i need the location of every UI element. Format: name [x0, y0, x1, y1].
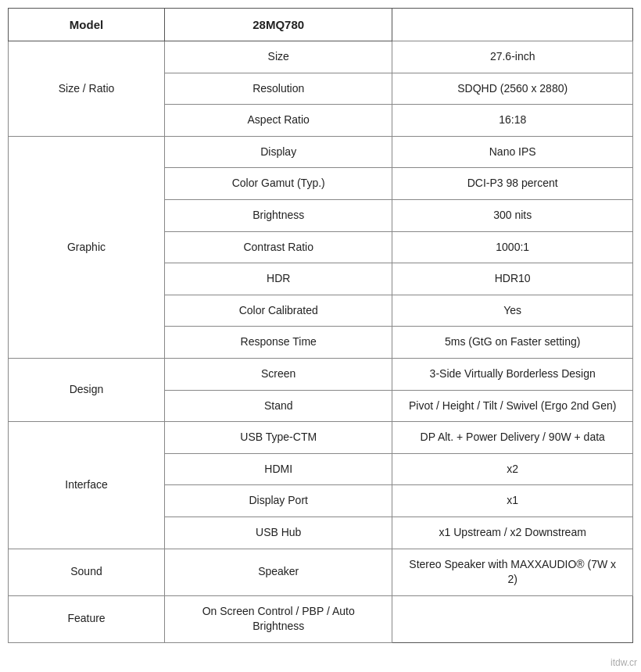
spec-cell: Display	[165, 136, 392, 168]
table-row: InterfaceUSB Type-CTMDP Alt. + Power Del…	[9, 422, 633, 454]
watermark: itdw.cr	[611, 657, 637, 668]
value-cell: 3-Side Virtually Borderless Design	[392, 358, 633, 390]
category-cell: Graphic	[9, 136, 165, 358]
spec-cell: Response Time	[165, 327, 392, 359]
spec-cell: Size	[165, 41, 392, 73]
spec-cell: Brightness	[165, 199, 392, 231]
value-cell: 5ms (GtG on Faster setting)	[392, 327, 633, 359]
value-cell: Yes	[392, 295, 633, 327]
spec-cell: HDR	[165, 263, 392, 295]
value-cell: DP Alt. + Power Delivery / 90W + data	[392, 422, 633, 454]
value-cell: x1 Upstream / x2 Downstream	[392, 517, 633, 549]
spec-cell: Resolution	[165, 73, 392, 105]
category-cell: Interface	[9, 422, 165, 549]
spec-cell: HDMI	[165, 453, 392, 485]
spec-cell: Aspect Ratio	[165, 105, 392, 137]
value-cell: HDR10	[392, 263, 633, 295]
value-cell: 27.6-inch	[392, 41, 633, 73]
value-cell: Pivot / Height / Tilt / Swivel (Ergo 2nd…	[392, 390, 633, 422]
value-cell: SDQHD (2560 x 2880)	[392, 73, 633, 105]
spec-cell: Feature	[9, 595, 165, 642]
spec-table: Model 28MQ780 Size / RatioSize27.6-inchR…	[8, 8, 633, 643]
spec-cell: USB Type-CTM	[165, 422, 392, 454]
category-cell: Sound	[9, 549, 165, 595]
header-model-col: Model	[9, 9, 165, 41]
value-cell: 1000:1	[392, 231, 633, 263]
value-cell: On Screen Control / PBP / Auto Brightnes…	[165, 595, 392, 642]
spec-cell: Contrast Ratio	[165, 231, 392, 263]
spec-cell: Display Port	[165, 485, 392, 517]
value-cell: 300 nits	[392, 199, 633, 231]
table-row: Size / RatioSize27.6-inch	[9, 41, 633, 73]
value-cell: Nano IPS	[392, 136, 633, 168]
value-cell: Stereo Speaker with MAXXAUDIO® (7W x 2)	[392, 549, 633, 595]
table-row: DesignScreen3-Side Virtually Borderless …	[9, 358, 633, 390]
spec-cell: Stand	[165, 390, 392, 422]
table-row: SoundSpeakerStereo Speaker with MAXXAUDI…	[9, 549, 633, 595]
value-cell: x1	[392, 485, 633, 517]
header-model-value: 28MQ780	[165, 9, 392, 41]
category-cell: Size / Ratio	[9, 41, 165, 137]
table-row: FeatureOn Screen Control / PBP / Auto Br…	[9, 595, 633, 642]
value-cell: DCI-P3 98 percent	[392, 168, 633, 200]
value-cell: 16:18	[392, 105, 633, 137]
spec-cell: Color Gamut (Typ.)	[165, 168, 392, 200]
spec-cell: Color Calibrated	[165, 295, 392, 327]
spec-cell: Speaker	[165, 549, 392, 595]
value-cell: x2	[392, 453, 633, 485]
spec-cell: Screen	[165, 358, 392, 390]
table-row: GraphicDisplayNano IPS	[9, 136, 633, 168]
spec-cell: USB Hub	[165, 517, 392, 549]
category-cell: Design	[9, 358, 165, 421]
